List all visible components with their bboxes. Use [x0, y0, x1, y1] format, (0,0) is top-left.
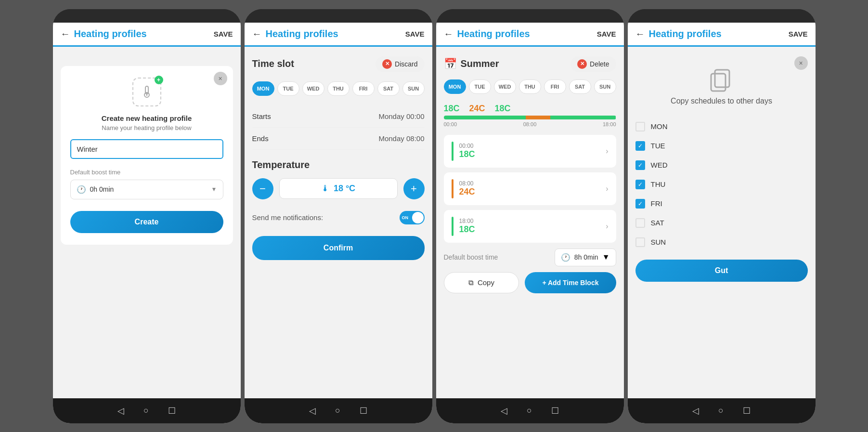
close-create-button[interactable]: × [214, 72, 227, 85]
boost-value: 0h 0min [90, 185, 211, 193]
back-nav-icon-4[interactable]: ◁ [692, 406, 699, 416]
add-time-block-button[interactable]: + Add Time Block [525, 272, 616, 293]
checkbox-sat[interactable] [635, 218, 645, 228]
close-icon-4: × [799, 59, 803, 67]
boost-time-3: 8h 0min [574, 253, 598, 261]
back-button-1[interactable]: ← [61, 28, 70, 39]
screen-3: ← Heating profiles SAVE 📅 Summer ✕ Delet… [436, 23, 624, 423]
screen-2: ← Heating profiles SAVE Time slot ✕ Disc… [245, 23, 432, 423]
day-check-sun[interactable]: SUN [635, 233, 808, 252]
checkbox-thu[interactable] [635, 180, 645, 189]
time-block-2[interactable]: 08:00 24C › [444, 172, 616, 205]
save-button-1[interactable]: SAVE [214, 30, 233, 38]
day-check-thu[interactable]: THU [635, 175, 808, 194]
block-time-3: 18:00 [459, 218, 606, 224]
home-nav-icon-1[interactable]: ○ [143, 406, 149, 416]
save-button-3[interactable]: SAVE [597, 30, 616, 38]
notif-label: Send me notifications: [252, 213, 324, 222]
temp-value: 18 °C [334, 183, 355, 194]
close-copy-button[interactable]: × [794, 56, 808, 70]
day-check-sat[interactable]: SAT [635, 213, 808, 233]
day-fri-3[interactable]: FRI [544, 79, 566, 94]
notifications-toggle[interactable]: ON [400, 211, 425, 224]
status-bar-2 [245, 9, 432, 23]
day-mon-3[interactable]: MON [444, 79, 466, 94]
save-button-4[interactable]: SAVE [789, 30, 808, 38]
block-time-1: 00:00 [459, 143, 606, 149]
starts-row: Starts Monday 00:00 [252, 105, 425, 128]
checkbox-sun[interactable] [635, 237, 645, 247]
discard-button[interactable]: ✕ Discard [376, 56, 424, 72]
block-temp-3: 18C [459, 224, 606, 235]
time-end: 18:00 [603, 121, 616, 127]
create-profile-button[interactable]: Create [70, 211, 223, 233]
boost-dropdown[interactable]: 🕐 0h 0min ▼ [70, 180, 223, 199]
checkbox-tue[interactable] [635, 141, 645, 151]
time-block-3[interactable]: 18:00 18C › [444, 210, 616, 243]
copy-large-icon [707, 66, 736, 95]
delete-button[interactable]: ✕ Delete [570, 56, 616, 72]
boost-label: Default boost time [70, 169, 223, 176]
day-sat-3[interactable]: SAT [569, 79, 591, 94]
home-nav-icon-4[interactable]: ○ [718, 406, 724, 416]
checkbox-mon[interactable] [635, 122, 645, 131]
temp-chip-24c: 24C [469, 104, 485, 114]
back-button-2[interactable]: ← [252, 28, 262, 39]
day-wed-2[interactable]: WED [302, 81, 324, 96]
nav-title-3: Heating profiles [457, 28, 597, 39]
copy-icon: ⧉ [468, 278, 474, 287]
save-button-2[interactable]: SAVE [405, 30, 425, 38]
block-temp-1: 18C [459, 149, 606, 159]
day-wed-3[interactable]: WED [494, 79, 516, 94]
day-check-mon[interactable]: MON [635, 117, 808, 136]
screen-content-4: × Copy schedules to other days MON TUE [628, 47, 816, 398]
recent-nav-icon-1[interactable]: ☐ [168, 406, 176, 416]
back-nav-icon-1[interactable]: ◁ [117, 406, 124, 416]
notifications-row: Send me notifications: ON [252, 211, 425, 224]
back-button-3[interactable]: ← [444, 28, 453, 39]
temp-increase-button[interactable]: + [403, 178, 425, 199]
clock-icon: 🕐 [77, 185, 86, 194]
copy-button[interactable]: ⧉ Copy [444, 272, 519, 293]
back-button-4[interactable]: ← [635, 28, 645, 39]
nav-title-4: Heating profiles [649, 28, 789, 39]
recent-nav-icon-2[interactable]: ☐ [360, 406, 367, 416]
day-fri-2[interactable]: FRI [352, 81, 375, 96]
home-nav-icon-3[interactable]: ○ [527, 406, 532, 416]
day-check-fri[interactable]: FRI [635, 194, 808, 213]
timeline-segment-orange [526, 116, 550, 119]
timeline-segment-green-1 [444, 116, 526, 119]
day-check-tue[interactable]: TUE [635, 136, 808, 156]
day-thu-3[interactable]: THU [519, 79, 541, 94]
day-sat-2[interactable]: SAT [377, 81, 400, 96]
copy-icon-wrap [707, 66, 736, 97]
day-mon-2[interactable]: MON [252, 81, 274, 96]
thermometer-icon-2: 🌡 [321, 183, 330, 194]
back-nav-icon-2[interactable]: ◁ [309, 406, 316, 416]
profile-name-input[interactable] [70, 139, 223, 159]
temp-decrease-button[interactable]: − [252, 178, 273, 199]
day-tue-3[interactable]: TUE [469, 79, 491, 94]
create-title: Create new heating profile [102, 114, 192, 122]
recent-nav-icon-4[interactable]: ☐ [743, 406, 751, 416]
time-block-1[interactable]: 00:00 18C › [444, 135, 616, 168]
day-sun-3[interactable]: SUN [594, 79, 616, 94]
toggle-thumb [412, 212, 424, 223]
day-tue-2[interactable]: TUE [277, 81, 299, 96]
day-check-wed[interactable]: WED [635, 156, 808, 175]
gut-confirm-button[interactable]: Gut [635, 260, 808, 282]
chevron-right-icon-3: › [606, 222, 608, 231]
profile-icon-wrapper: + [132, 78, 161, 106]
home-nav-icon-2[interactable]: ○ [335, 406, 340, 416]
checkbox-fri[interactable] [635, 199, 645, 209]
svg-rect-3 [715, 70, 729, 87]
day-sun-2[interactable]: SUN [402, 81, 425, 96]
day-thu-2[interactable]: THU [327, 81, 350, 96]
screen-content-2: Time slot ✕ Discard MON TUE WED THU FRI … [245, 47, 432, 398]
recent-nav-icon-3[interactable]: ☐ [551, 406, 559, 416]
boost-selector-3[interactable]: 🕐 8h 0min ▼ [555, 249, 616, 266]
back-nav-icon-3[interactable]: ◁ [501, 406, 507, 416]
days-row-2: MON TUE WED THU FRI SAT SUN [252, 81, 425, 96]
confirm-button[interactable]: Confirm [252, 236, 425, 260]
checkbox-wed[interactable] [635, 160, 645, 170]
